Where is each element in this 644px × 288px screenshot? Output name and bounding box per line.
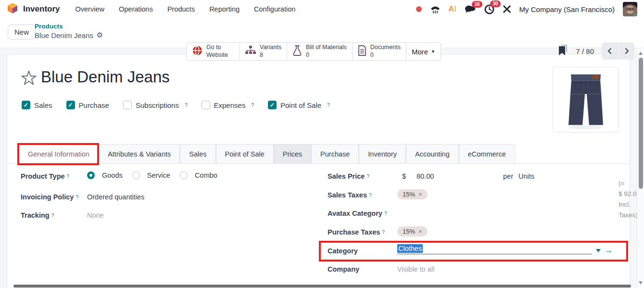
radio-service[interactable]: Service	[132, 171, 170, 179]
purchase-tax-tag[interactable]: 15%×	[397, 226, 428, 236]
field-label: Tracking	[21, 211, 50, 219]
product-image[interactable]	[553, 67, 619, 132]
document-icon	[358, 45, 366, 58]
help-icon: ?	[76, 195, 78, 200]
help-icon: ?	[366, 174, 369, 179]
pager-next-button[interactable]	[618, 42, 634, 60]
radio-combo[interactable]: Combo	[180, 171, 217, 179]
messages-icon[interactable]: 16	[465, 5, 476, 14]
tab-ecommerce[interactable]: eCommerce	[459, 144, 515, 163]
radio-goods[interactable]: Goods	[87, 171, 123, 179]
checkbox-purchase[interactable]: Purchase	[66, 101, 109, 109]
top-navbar: Inventory Overview Operations Products R…	[0, 0, 644, 18]
help-icon: ?	[384, 211, 387, 216]
menu-overview[interactable]: Overview	[76, 5, 104, 13]
checkbox-sales[interactable]: Sales	[22, 101, 52, 109]
invoicing-policy-value[interactable]: Ordered quantities	[87, 193, 144, 201]
tracking-value[interactable]: None	[87, 211, 104, 219]
checkbox-unchecked-icon[interactable]	[123, 101, 132, 109]
menu-configuration[interactable]: Configuration	[254, 5, 295, 13]
checkbox-checked-icon[interactable]	[66, 101, 75, 109]
vertical-scrollbar[interactable]	[637, 48, 644, 288]
more-label: More	[412, 48, 428, 56]
field-label: Sales Taxes	[328, 191, 367, 199]
remove-tag-icon[interactable]: ×	[418, 191, 422, 198]
app-brand[interactable]: Inventory	[7, 2, 60, 16]
checkbox-checked-icon[interactable]	[268, 101, 277, 109]
pager-previous-button[interactable]	[602, 42, 618, 60]
globe-icon	[192, 45, 202, 58]
stat-value: 0	[306, 52, 309, 58]
field-label: Category	[328, 247, 358, 255]
vertical-scrollbar-thumb[interactable]	[639, 58, 643, 189]
sales-tax-tag[interactable]: 15%×	[397, 189, 428, 199]
breadcrumb-current: Blue Denim Jeans	[35, 31, 93, 39]
scroll-down-arrow-icon[interactable]	[639, 281, 643, 285]
checkbox-checked-icon[interactable]	[22, 101, 30, 109]
tab-inventory[interactable]: Inventory	[359, 144, 406, 163]
tab-point-of-sale[interactable]: Point of Sale	[216, 144, 274, 163]
horizontal-scrollbar[interactable]	[0, 284, 637, 288]
app-name[interactable]: Inventory	[23, 4, 60, 14]
tab-sales[interactable]: Sales	[180, 144, 215, 163]
go-to-website-button[interactable]: Go to Website	[186, 42, 240, 61]
tools-icon[interactable]	[503, 5, 511, 13]
remove-tag-icon[interactable]: ×	[418, 228, 422, 235]
checkbox-label: Subscriptions	[136, 101, 179, 109]
currency-symbol: $	[402, 172, 406, 180]
more-button[interactable]: More ▼	[406, 42, 441, 61]
chevron-down-icon: ▼	[431, 49, 435, 54]
tab-purchase[interactable]: Purchase	[311, 144, 359, 163]
gear-icon[interactable]: ⚙	[97, 31, 103, 39]
menu-operations[interactable]: Operations	[119, 5, 153, 13]
activities-clock-icon[interactable]: 30	[484, 4, 494, 14]
tab-prices[interactable]: Prices	[274, 144, 311, 163]
help-icon: ?	[67, 174, 70, 179]
voip-phone-icon[interactable]	[430, 5, 441, 14]
checkbox-unchecked-icon[interactable]	[202, 101, 210, 109]
variants-button[interactable]: Variants 8	[240, 42, 287, 61]
checkbox-label: Expenses	[214, 101, 246, 109]
radio-unselected-icon[interactable]	[180, 171, 188, 179]
flask-icon	[292, 45, 302, 58]
checkbox-subscriptions[interactable]: Subscriptions ?	[123, 101, 188, 109]
checkbox-expenses[interactable]: Expenses ?	[202, 101, 254, 109]
internal-link-arrow-icon[interactable]: →	[605, 246, 613, 254]
bookmark-icon[interactable]	[557, 44, 568, 58]
field-label: Avatax Category	[328, 209, 382, 217]
scroll-up-arrow-icon[interactable]	[639, 52, 643, 55]
ai-icon[interactable]: AI	[449, 5, 456, 13]
horizontal-scrollbar-thumb[interactable]	[13, 285, 631, 288]
tab-accounting[interactable]: Accounting	[406, 144, 459, 163]
stat-label: Documents	[370, 44, 401, 51]
breadcrumb: Products Blue Denim Jeans ⚙	[35, 23, 103, 39]
tab-general-information[interactable]: General Information	[19, 144, 99, 163]
checkbox-label: Sales	[34, 101, 52, 109]
radio-unselected-icon[interactable]	[132, 171, 140, 179]
activities-badge: 30	[490, 0, 500, 7]
category-selected-text[interactable]: Clothes	[397, 244, 423, 253]
breadcrumb-products-link[interactable]: Products	[35, 23, 103, 30]
product-title[interactable]: Blue Denim Jeans	[41, 68, 170, 86]
menu-reporting[interactable]: Reporting	[209, 5, 240, 13]
user-avatar[interactable]	[623, 2, 637, 16]
control-panel: New Products Blue Denim Jeans ⚙ Go to We…	[0, 18, 644, 48]
stat-value: 0	[370, 52, 374, 58]
bill-of-materials-button[interactable]: Bill of Materials 0	[287, 42, 353, 61]
dropdown-caret-icon[interactable]	[596, 246, 601, 254]
stat-label: Bill of Materials	[306, 44, 347, 51]
category-input[interactable]: Clothes →	[397, 244, 613, 254]
new-button[interactable]: New	[8, 25, 36, 39]
company-switcher[interactable]: My Company (San Francisco)	[519, 5, 615, 13]
company-placeholder[interactable]: Visible to all	[397, 265, 434, 273]
documents-button[interactable]: Documents 0	[353, 42, 406, 61]
favorite-star-icon[interactable]	[21, 70, 37, 88]
tab-attributes-variants[interactable]: Attributes & Variants	[99, 144, 180, 163]
product-form-sheet: Blue Denim Jeans Sales Purchase Subscrip…	[7, 54, 630, 288]
menu-products[interactable]: Products	[167, 5, 195, 13]
radio-selected-icon[interactable]	[87, 171, 95, 179]
uom-value[interactable]: Units	[518, 172, 534, 180]
field-sales-taxes: Sales Taxes ?	[328, 191, 372, 199]
checkbox-point-of-sale[interactable]: Point of Sale ?	[268, 101, 330, 109]
sales-price-input[interactable]: 80.00	[417, 172, 434, 180]
